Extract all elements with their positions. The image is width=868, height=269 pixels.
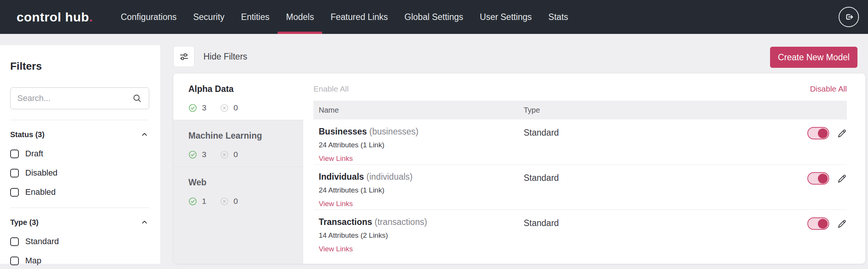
model-details: 24 Attributes (1 Link)	[319, 186, 518, 194]
x-circle-icon	[220, 197, 229, 206]
name-cell: Businesses (businesses) 24 Attributes (1…	[313, 127, 518, 163]
name-cell: Transactions (transactions) 14 Attribute…	[313, 217, 518, 253]
nav-item-entities[interactable]: Entities	[233, 0, 278, 34]
category-tabs: Alpha Data 3 0 Machine Learning	[173, 73, 303, 264]
check-circle-icon	[188, 150, 197, 159]
draft-label: Draft	[25, 149, 43, 159]
pencil-icon	[836, 173, 847, 184]
category-tab-alpha-data[interactable]: Alpha Data 3 0	[173, 73, 303, 120]
draft-checkbox[interactable]	[10, 150, 19, 158]
view-links-link[interactable]: View Links	[319, 245, 353, 253]
main-nav: Configurations Security Entities Models …	[112, 0, 576, 34]
brand-dot: .	[89, 10, 93, 24]
category-counts: 1 0	[188, 197, 303, 206]
filter-sliders-icon	[173, 46, 194, 67]
nav-item-configurations[interactable]: Configurations	[112, 0, 185, 34]
nav-item-models[interactable]: Models	[278, 0, 322, 34]
disabled-checkbox[interactable]	[10, 169, 19, 177]
type-cell: Standard	[518, 127, 802, 138]
chevron-up-icon	[141, 219, 148, 226]
logout-icon	[843, 11, 854, 23]
filter-section-status: Status (3)	[10, 130, 149, 139]
filter-search-input[interactable]	[17, 93, 132, 103]
brand-text: control hub	[17, 10, 89, 24]
enabled-toggle[interactable]	[807, 217, 829, 230]
sidebar-divider	[10, 208, 149, 208]
nav-item-global-settings[interactable]: Global Settings	[396, 0, 472, 34]
pencil-icon	[836, 218, 847, 229]
column-header-type: Type	[518, 106, 842, 115]
filters-sidebar: Filters Status (3) Draft	[0, 45, 161, 264]
view-links-link[interactable]: View Links	[319, 154, 353, 163]
standard-checkbox[interactable]	[10, 237, 19, 246]
enabled-toggle[interactable]	[807, 172, 829, 185]
type-cell: Standard	[518, 217, 802, 228]
models-table: Enable All Disable All Name Type Busines…	[303, 73, 865, 264]
nav-item-featured-links[interactable]: Featured Links	[322, 0, 396, 34]
model-details: 14 Attributes (2 Links)	[319, 231, 518, 240]
status-collapse-button[interactable]	[140, 130, 149, 139]
model-name: Transactions	[319, 217, 372, 227]
chevron-up-icon	[141, 131, 148, 139]
top-navbar: control hub. Configurations Security Ent…	[0, 0, 868, 34]
category-name: Alpha Data	[188, 84, 303, 94]
status-section-label: Status (3)	[10, 130, 44, 139]
x-circle-icon	[220, 150, 229, 159]
category-tab-machine-learning[interactable]: Machine Learning 3 0	[173, 120, 303, 167]
check-circle-icon	[188, 104, 197, 112]
edit-button[interactable]	[836, 128, 847, 139]
disabled-label: Disabled	[25, 168, 58, 178]
models-card: Alpha Data 3 0 Machine Learning	[173, 73, 865, 264]
category-name: Machine Learning	[188, 131, 303, 141]
status-option-enabled: Enabled	[10, 187, 149, 197]
map-label: Map	[25, 256, 41, 266]
table-row-transactions: Transactions (transactions) 14 Attribute…	[313, 210, 847, 255]
enabled-toggle[interactable]	[807, 127, 829, 139]
edit-button[interactable]	[836, 173, 847, 184]
model-slug: (transactions)	[374, 217, 427, 227]
filters-title: Filters	[10, 60, 149, 72]
status-option-disabled: Disabled	[10, 168, 149, 178]
brand-logo[interactable]: control hub.	[17, 10, 93, 24]
hide-filters-label: Hide Filters	[203, 52, 247, 62]
pencil-icon	[836, 128, 847, 139]
disable-all-link[interactable]: Disable All	[810, 84, 847, 93]
hide-filters-button[interactable]: Hide Filters	[173, 46, 247, 67]
create-new-model-button[interactable]: Create New Model	[770, 47, 857, 68]
column-header-name: Name	[313, 106, 518, 115]
type-option-standard: Standard	[10, 237, 149, 246]
view-links-link[interactable]: View Links	[319, 200, 353, 208]
logout-button[interactable]	[839, 7, 859, 27]
category-tab-web[interactable]: Web 1 0	[173, 167, 303, 214]
category-counts: 3 0	[188, 103, 303, 112]
type-option-map: Map	[10, 256, 149, 266]
table-row-businesses: Businesses (businesses) 24 Attributes (1…	[313, 119, 847, 165]
enabled-count: 3	[202, 150, 206, 159]
enabled-checkbox[interactable]	[10, 188, 19, 197]
enable-all-link[interactable]: Enable All	[313, 84, 348, 93]
search-icon[interactable]	[132, 93, 142, 103]
nav-item-security[interactable]: Security	[185, 0, 233, 34]
nav-item-user-settings[interactable]: User Settings	[472, 0, 540, 34]
type-collapse-button[interactable]	[140, 218, 149, 227]
status-option-draft: Draft	[10, 149, 149, 159]
category-tabs-filler	[173, 214, 303, 264]
type-section-label: Type (3)	[10, 218, 38, 227]
table-header: Name Type	[313, 101, 847, 119]
nav-item-stats[interactable]: Stats	[540, 0, 576, 34]
row-controls	[802, 172, 847, 185]
check-circle-icon	[188, 197, 197, 206]
enabled-count: 1	[202, 197, 206, 206]
map-checkbox[interactable]	[10, 257, 19, 265]
standard-label: Standard	[25, 237, 59, 246]
model-name: Individuals	[319, 172, 364, 182]
edit-button[interactable]	[836, 218, 847, 229]
name-cell: Individuals (individuals) 24 Attributes …	[313, 172, 518, 208]
filter-search-box	[10, 87, 149, 109]
enabled-label: Enabled	[25, 187, 56, 197]
row-controls	[802, 217, 847, 230]
disabled-count: 0	[234, 150, 238, 159]
disabled-count-group: 0	[220, 150, 238, 159]
row-controls	[802, 127, 847, 139]
model-slug: (businesses)	[369, 127, 418, 136]
